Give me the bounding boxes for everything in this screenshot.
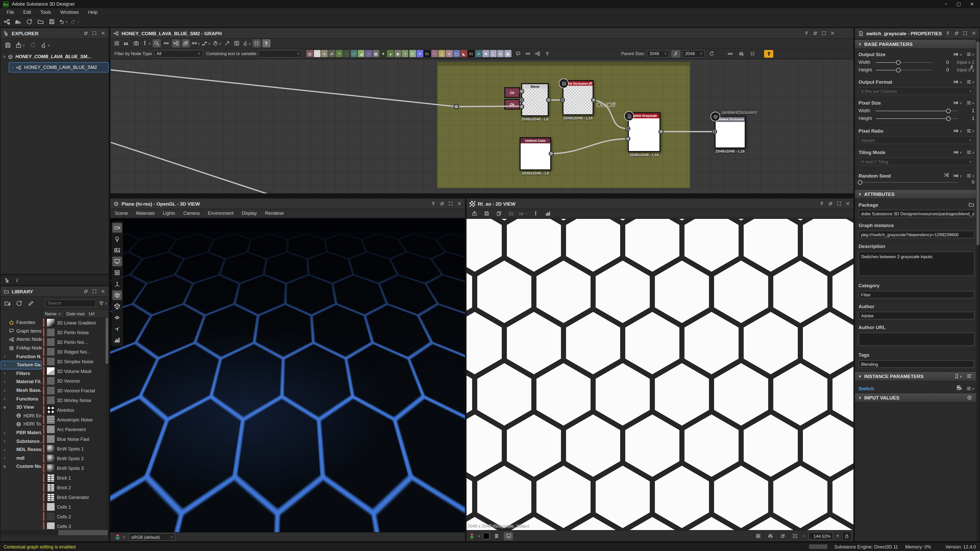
explorer-tab-icon[interactable] — [5, 277, 10, 283]
graph-help-button[interactable] — [764, 50, 773, 57]
edit-function-icon[interactable] — [956, 384, 962, 393]
bitmap-node-button[interactable]: ▤ — [307, 50, 313, 57]
maximize-panel-icon[interactable] — [92, 289, 97, 294]
output-width-value[interactable]: 0 — [935, 60, 949, 65]
library-item[interactable]: Alveolus — [43, 405, 105, 415]
bezier-node-button[interactable]: ~ — [431, 50, 438, 57]
library-horizontal-scrollbar[interactable] — [0, 530, 109, 535]
redo-button[interactable]: ∨ — [70, 17, 80, 26]
float-panel-icon[interactable] — [83, 30, 88, 36]
output-height-value[interactable]: 0 — [935, 67, 949, 73]
explorer-package-row[interactable]: ∨ HONEY_COMB_LAVA_BLUE_SM... — [0, 52, 109, 62]
pixel-processor-node-button[interactable]: ◦ — [343, 50, 350, 57]
library-category[interactable]: › Functions — [0, 395, 42, 403]
library-category[interactable]: › Texture Ge... — [0, 361, 42, 369]
background-button[interactable]: ∨ — [506, 210, 515, 218]
param-menu-icon[interactable]: ∨ — [966, 52, 974, 57]
node-blend[interactable]: Blend 2048x2048 - L8 — [521, 83, 549, 116]
library-category[interactable]: ∨ 3D View — [0, 403, 42, 411]
close-panel-icon[interactable] — [100, 289, 106, 294]
view-3d-menu-item[interactable]: Display — [242, 211, 257, 216]
scrollbar-thumb[interactable] — [106, 318, 108, 364]
containing-text-dropdown[interactable]: ∨ — [259, 50, 302, 57]
help-button[interactable]: ∨ — [262, 39, 270, 48]
pin-panel-icon[interactable] — [804, 30, 809, 36]
new-watch-button[interactable] — [14, 299, 24, 308]
pixel-width-value[interactable]: 1 — [961, 108, 974, 113]
library-category[interactable]: FxMap Nodes — [0, 344, 42, 352]
shuffle-icon[interactable] — [943, 171, 950, 180]
switch-parameter-link[interactable]: Switch — [859, 386, 874, 391]
random-seed-slider[interactable] — [859, 179, 958, 185]
shape-node-button[interactable]: ○ — [365, 50, 372, 57]
input-values-section[interactable]: ∨INPUT VALUES — [855, 393, 976, 403]
float-panel-icon[interactable] — [439, 201, 445, 206]
library-item[interactable]: 3D Simplex Noise — [43, 357, 105, 366]
category-field[interactable]: Filter — [859, 291, 974, 299]
view-3d-menu-item[interactable]: Renderer — [265, 211, 284, 216]
svg-node-button[interactable]: ✎ — [313, 50, 320, 57]
save-image-button[interactable]: ∨ — [482, 210, 491, 218]
warp-grid-node-button[interactable]: # — [475, 50, 482, 57]
float-panel-icon[interactable] — [954, 30, 959, 36]
image-info-button[interactable]: ∨ — [531, 210, 540, 218]
library-item[interactable]: 3D Ridged Noi... — [43, 347, 105, 357]
menu-item[interactable]: Tools — [36, 10, 56, 14]
maximize-panel-icon[interactable] — [448, 201, 453, 206]
turntable-button[interactable] — [112, 324, 122, 333]
maximize-panel-icon[interactable] — [92, 30, 97, 36]
library-item[interactable]: 3D Perlin Noi... — [43, 337, 105, 347]
input-node-button[interactable] — [534, 50, 541, 57]
float-panel-icon[interactable] — [813, 30, 818, 36]
node-uniform-color[interactable]: Uniform Color 2048x2048 - L8 — [520, 137, 551, 170]
channel-select-icon[interactable] — [469, 533, 475, 539]
library-category[interactable]: HDRI To... — [0, 420, 42, 428]
splatter-node-button[interactable]: ✱ — [483, 50, 489, 57]
new-function-graph-button[interactable]: ∨ — [13, 17, 22, 26]
pin-panel-icon[interactable] — [945, 30, 950, 36]
library-item[interactable]: Brick 2 — [43, 483, 105, 492]
view-3d-menu-item[interactable]: Scene — [115, 211, 128, 216]
export-button[interactable]: ∨ — [15, 40, 25, 49]
chevron-down-icon[interactable]: ∨ — [478, 534, 480, 538]
library-item[interactable]: Brick 1 — [43, 473, 105, 483]
open-folder-icon[interactable] — [968, 202, 974, 208]
close-panel-icon[interactable] — [971, 30, 977, 36]
zoom-lock-button[interactable] — [842, 531, 851, 540]
geometry-cube-button[interactable] — [112, 290, 122, 300]
display-output-button[interactable]: ∨ — [232, 39, 241, 48]
menu-item[interactable]: File — [2, 10, 19, 14]
clean-graph-button[interactable]: ∨ — [242, 39, 251, 48]
close-button[interactable]: ✕ — [970, 2, 974, 6]
node-badge-cube-icon[interactable] — [711, 112, 720, 121]
wh-link-icon[interactable] — [969, 63, 974, 72]
view-3d-menu-item[interactable]: Camera — [183, 211, 200, 216]
fit-screen-button[interactable] — [778, 531, 788, 540]
library-search-input[interactable] — [45, 299, 96, 307]
node-align-button[interactable]: ∨ — [172, 39, 180, 48]
output-format-dropdown[interactable]: 8 Bits per Channel∨ — [859, 87, 974, 95]
parent-size-height-dropdown[interactable]: 2048∨ — [682, 50, 705, 57]
graph-tools-button[interactable]: ∨ — [223, 39, 231, 48]
save-button[interactable]: ∨ — [47, 17, 56, 26]
geometry-edit-button[interactable] — [112, 302, 122, 311]
colorspace-dropdown[interactable]: sRGB (default)∨ — [129, 533, 176, 541]
shape-mapper-node-button[interactable]: ▯ — [490, 50, 496, 57]
node-info-button[interactable]: ∨ — [142, 39, 151, 48]
vector-warp-node-button[interactable]: ▲ — [387, 50, 394, 57]
library-category[interactable]: › mdl — [0, 454, 42, 462]
uniform-color-node-button[interactable]: ● — [321, 50, 328, 57]
transformation-node-button[interactable]: □ — [350, 50, 357, 57]
flood-fill-node-button[interactable]: ◣ — [460, 50, 467, 57]
author-url-field[interactable] — [859, 333, 974, 346]
bookmark-icon[interactable]: ∨ — [954, 373, 962, 379]
grayscale-01-node-button[interactable]: 01 — [424, 50, 431, 57]
library-item[interactable]: 3D Perlin Noise — [43, 327, 105, 337]
library-item[interactable]: 3D Linear Gradient — [43, 318, 105, 327]
reset-size-button[interactable] — [707, 50, 716, 57]
output-height-slider[interactable] — [876, 67, 932, 73]
close-panel-icon[interactable] — [457, 201, 462, 206]
chevron-right-icon[interactable]: › — [12, 65, 14, 69]
close-panel-icon[interactable] — [830, 30, 835, 36]
display-filter-button[interactable] — [504, 532, 513, 540]
